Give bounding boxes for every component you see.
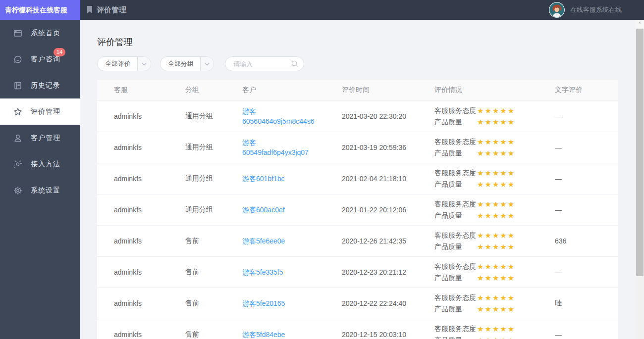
group-cell: 通用分组 bbox=[185, 174, 242, 183]
connect-splash-icon bbox=[13, 159, 23, 169]
rating-label-service: 客服服务态度 bbox=[434, 293, 476, 302]
rating-label-product: 产品质量 bbox=[434, 336, 476, 339]
sidebar-item-reviews[interactable]: 评价管理 bbox=[0, 98, 80, 125]
scrollbar-up-arrow-icon[interactable]: ⌃ bbox=[636, 20, 644, 28]
rating-cell: 客服服务态度 ★★★★★ 产品质量 ★★★★★ bbox=[434, 230, 555, 252]
scrollbar-thumb[interactable] bbox=[636, 29, 644, 276]
column-header-agent: 客服 bbox=[114, 86, 185, 95]
customer-link[interactable]: 游客 60560464o9j5m8c44s6 bbox=[242, 106, 315, 126]
rating-filter-select[interactable]: 全部评价 bbox=[97, 56, 151, 71]
rating-label-product: 产品质量 bbox=[434, 211, 476, 220]
rating-label-product: 产品质量 bbox=[434, 305, 476, 314]
search-icon[interactable] bbox=[291, 60, 299, 70]
text-review-cell: 哇 bbox=[555, 299, 618, 308]
rating-cell: 客服服务态度 ★★★★★ 产品质量 ★★★★★ bbox=[434, 136, 555, 159]
rating-cell: 客服服务态度 ★★★★★ 产品质量 ★★★★★ bbox=[434, 167, 555, 190]
sidebar: 系统首页 客户咨询 14 历史记录 评价管理 bbox=[0, 20, 80, 339]
home-window-icon bbox=[13, 28, 23, 38]
time-cell: 2021-03-19 20:59:36 bbox=[342, 144, 434, 151]
star-rating-service: ★★★★★ bbox=[477, 325, 515, 333]
rating-label-product: 产品质量 bbox=[434, 242, 476, 251]
customer-link[interactable]: 游客5fe20165 bbox=[242, 298, 285, 308]
customer-link[interactable]: 游客5fd84ebe bbox=[242, 330, 285, 339]
rating-cell: 客服服务态度 ★★★★★ 产品质量 ★★★★★ bbox=[434, 105, 555, 128]
rating-cell: 客服服务态度 ★★★★★ 产品质量 ★★★★★ bbox=[434, 323, 555, 339]
sidebar-item-home[interactable]: 系统首页 bbox=[0, 20, 80, 46]
rating-cell: 客服服务态度 ★★★★★ 产品质量 ★★★★★ bbox=[434, 261, 555, 284]
table-row: adminkfs 通用分组 游客 60549fadf6p4yx3jq07 202… bbox=[97, 132, 618, 163]
column-header-customer: 客户 bbox=[242, 86, 342, 95]
star-rating-product: ★★★★★ bbox=[477, 118, 515, 126]
time-cell: 2020-12-15 20:03:10 bbox=[342, 331, 434, 339]
star-rating-service: ★★★★★ bbox=[477, 294, 515, 301]
time-cell: 2020-12-22 22:24:40 bbox=[342, 299, 434, 307]
group-cell: 通用分组 bbox=[185, 112, 242, 121]
sidebar-item-label: 接入方法 bbox=[31, 160, 60, 169]
chat-bubble-icon bbox=[13, 54, 23, 64]
rating-label-service: 客服服务态度 bbox=[434, 169, 476, 178]
time-cell: 2020-12-23 20:21:12 bbox=[342, 268, 434, 276]
agent-cell: adminkfs bbox=[114, 237, 185, 245]
star-rating-service: ★★★★★ bbox=[477, 200, 515, 208]
rating-label-product: 产品质量 bbox=[434, 274, 476, 283]
table-header: 客服 分组 客户 评价时间 评价情况 文字评价 bbox=[97, 80, 618, 100]
text-review-cell: — bbox=[555, 144, 618, 151]
table-row: adminkfs 通用分组 游客 60560464o9j5m8c44s6 202… bbox=[97, 100, 618, 132]
chevron-down-icon bbox=[200, 57, 214, 71]
sidebar-item-integration[interactable]: 接入方法 bbox=[0, 151, 80, 177]
customer-link[interactable]: 游客 60549fadf6p4yx3jq07 bbox=[242, 138, 309, 157]
main-content: 评价管理 全部评价 全部分组 bbox=[80, 20, 636, 339]
sidebar-item-label: 系统首页 bbox=[31, 29, 60, 38]
table-row: adminkfs 售前 游客5fe6ee0e 2020-12-26 21:42:… bbox=[97, 225, 618, 256]
table-row: adminkfs 售前 游客5fd84ebe 2020-12-15 20:03:… bbox=[97, 319, 618, 339]
sidebar-item-consult[interactable]: 客户咨询 14 bbox=[0, 46, 80, 72]
table-row: adminkfs 通用分组 游客601bf1bc 2021-02-04 21:1… bbox=[97, 163, 618, 194]
group-cell: 通用分组 bbox=[185, 205, 242, 214]
chevron-down-icon bbox=[137, 57, 151, 71]
sidebar-item-label: 历史记录 bbox=[31, 81, 60, 90]
star-rating-product: ★★★★★ bbox=[477, 149, 515, 157]
reviews-table: 客服 分组 客户 评价时间 评价情况 文字评价 adminkfs 通用分组 游客… bbox=[97, 80, 618, 339]
topbar-user[interactable]: 在线客服系统在线 bbox=[549, 2, 622, 18]
group-cell: 售前 bbox=[185, 268, 242, 277]
vertical-scrollbar[interactable]: ⌃ bbox=[636, 20, 644, 339]
breadcrumb-label: 评价管理 bbox=[97, 5, 126, 15]
sidebar-item-label: 系统设置 bbox=[31, 186, 60, 195]
star-icon bbox=[13, 107, 23, 117]
page-title: 评价管理 bbox=[97, 36, 636, 48]
sidebar-item-settings[interactable]: 系统设置 bbox=[0, 177, 80, 203]
column-header-rating: 评价情况 bbox=[434, 86, 555, 95]
group-cell: 通用分组 bbox=[185, 143, 242, 152]
rating-label-service: 客服服务态度 bbox=[434, 262, 476, 271]
star-rating-product: ★★★★★ bbox=[477, 243, 515, 250]
history-records-icon bbox=[13, 81, 23, 91]
group-filter-select[interactable]: 全部分组 bbox=[160, 56, 214, 71]
sidebar-item-customers[interactable]: 客户管理 bbox=[0, 125, 80, 151]
star-rating-product: ★★★★★ bbox=[477, 212, 515, 219]
group-cell: 售前 bbox=[185, 330, 242, 339]
star-rating-service: ★★★★★ bbox=[477, 107, 515, 114]
star-rating-product: ★★★★★ bbox=[477, 274, 515, 282]
customer-link[interactable]: 游客5fe335f5 bbox=[242, 267, 283, 277]
rating-label-product: 产品质量 bbox=[434, 118, 476, 127]
rating-label-service: 客服服务态度 bbox=[434, 106, 476, 115]
user-avatar[interactable] bbox=[549, 2, 565, 18]
search-box bbox=[225, 56, 304, 71]
rating-label-service: 客服服务态度 bbox=[434, 325, 476, 334]
customer-link[interactable]: 游客600ac0ef bbox=[242, 205, 285, 215]
agent-cell: adminkfs bbox=[114, 331, 185, 339]
agent-cell: adminkfs bbox=[114, 112, 185, 120]
star-rating-product: ★★★★★ bbox=[477, 305, 515, 313]
group-cell: 售前 bbox=[185, 237, 242, 245]
rating-label-product: 产品质量 bbox=[434, 180, 476, 189]
text-review-cell: — bbox=[555, 206, 618, 214]
sidebar-item-history[interactable]: 历史记录 bbox=[0, 72, 80, 98]
text-review-cell: 636 bbox=[555, 237, 618, 245]
star-rating-product: ★★★★★ bbox=[477, 337, 515, 339]
time-cell: 2021-03-20 22:30:20 bbox=[342, 112, 434, 120]
user-icon bbox=[13, 133, 23, 143]
customer-link[interactable]: 游客5fe6ee0e bbox=[242, 236, 285, 246]
customer-link[interactable]: 游客601bf1bc bbox=[242, 174, 285, 184]
topbar: 评价管理 在线客服系统在线 bbox=[80, 0, 644, 20]
sidebar-menu: 系统首页 客户咨询 14 历史记录 评价管理 bbox=[0, 20, 80, 203]
